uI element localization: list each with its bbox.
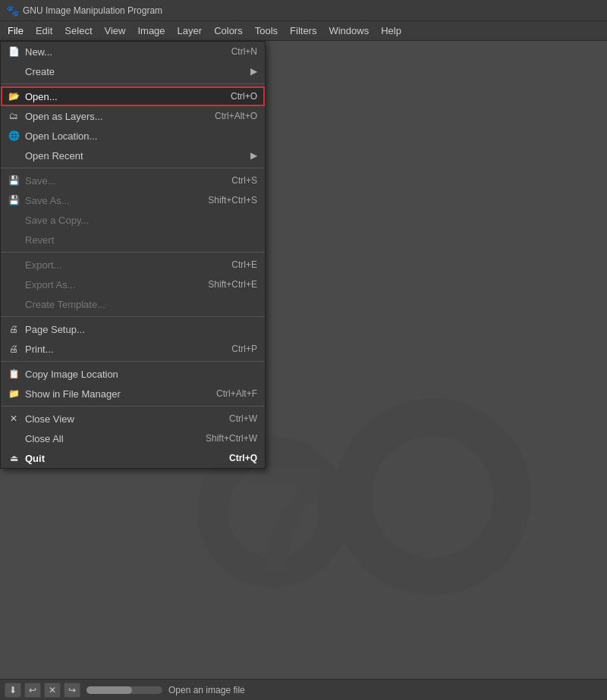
menu-bar-item-select[interactable]: Select bbox=[58, 22, 98, 39]
menu-item-shortcut-open: Ctrl+O bbox=[231, 91, 257, 102]
menu-item-quit[interactable]: ⏏QuitCtrl+Q bbox=[1, 448, 265, 468]
menu-bar-item-windows[interactable]: Windows bbox=[322, 22, 375, 39]
menu-bar-item-tools[interactable]: Tools bbox=[249, 22, 284, 39]
svg-point-2 bbox=[334, 398, 531, 595]
menu-item-label-create: Create bbox=[25, 66, 250, 77]
menu-item-icon-open: 📂 bbox=[7, 91, 20, 102]
menu-item-arrow-open-recent: ▶ bbox=[250, 150, 257, 161]
menu-item-shortcut-export-as: Shift+Ctrl+E bbox=[208, 279, 257, 290]
status-export-btn[interactable]: ⬇ bbox=[5, 683, 21, 698]
status-redo-btn[interactable]: ↪ bbox=[64, 683, 80, 698]
menu-item-open[interactable]: 📂Open...Ctrl+O bbox=[1, 86, 265, 106]
menu-item-icon-copy-location: 📋 bbox=[7, 369, 20, 379]
status-close-btn[interactable]: ✕ bbox=[44, 683, 61, 698]
menu-item-label-open: Open... bbox=[25, 91, 215, 102]
title-bar-text: GNU Image Manipulation Program bbox=[23, 5, 162, 16]
menu-bar-item-filters[interactable]: Filters bbox=[284, 22, 322, 39]
file-menu: 📄New...Ctrl+NCreate▶📂Open...Ctrl+O🗂Open … bbox=[0, 41, 266, 469]
menu-separator bbox=[1, 168, 265, 168]
menu-item-shortcut-open-layers: Ctrl+Alt+O bbox=[215, 111, 257, 121]
menu-item-arrow-create: ▶ bbox=[250, 66, 257, 77]
menu-item-revert: Revert bbox=[1, 230, 265, 250]
menu-item-label-page-setup: Page Setup... bbox=[25, 324, 257, 335]
menu-item-shortcut-save-as: Shift+Ctrl+S bbox=[208, 195, 257, 206]
menu-item-label-close-view: Close View bbox=[25, 413, 214, 425]
menu-item-icon-new: 📄 bbox=[7, 46, 20, 57]
menu-item-icon-save: 💾 bbox=[7, 175, 20, 186]
menu-item-shortcut-save: Ctrl+S bbox=[231, 175, 257, 186]
menu-item-shortcut-new: Ctrl+N bbox=[231, 46, 257, 57]
menu-bar: FileEditSelectViewImageLayerColorsToolsF… bbox=[0, 21, 607, 41]
menu-item-close-view[interactable]: ✕Close ViewCtrl+W bbox=[1, 409, 265, 428]
menu-bar-item-file[interactable]: File bbox=[2, 22, 30, 39]
status-progress bbox=[86, 686, 162, 694]
app-icon: 🐾 bbox=[6, 5, 18, 17]
menu-item-shortcut-quit: Ctrl+Q bbox=[229, 453, 257, 463]
menu-item-save-copy: Save a Copy... bbox=[1, 210, 265, 230]
menu-bar-item-view[interactable]: View bbox=[99, 22, 132, 39]
menu-item-print[interactable]: 🖨Print...Ctrl+P bbox=[1, 339, 265, 359]
menu-item-save: 💾Save...Ctrl+S bbox=[1, 171, 265, 190]
menu-item-new[interactable]: 📄New...Ctrl+N bbox=[1, 42, 265, 61]
svg-point-1 bbox=[228, 466, 319, 557]
status-undo-btn[interactable]: ↩ bbox=[24, 683, 41, 698]
menu-item-label-create-template: Create Template... bbox=[25, 299, 257, 310]
menu-item-label-export-as: Export As... bbox=[25, 279, 193, 290]
menu-item-label-open-location: Open Location... bbox=[25, 130, 257, 142]
menu-item-shortcut-show-manager: Ctrl+Alt+F bbox=[216, 388, 257, 399]
menu-item-label-new: New... bbox=[25, 46, 216, 58]
menu-item-label-copy-location: Copy Image Location bbox=[25, 369, 257, 380]
menu-item-icon-print: 🖨 bbox=[7, 344, 20, 354]
menu-separator bbox=[1, 83, 265, 84]
menu-item-shortcut-close-all: Shift+Ctrl+W bbox=[206, 433, 257, 444]
menu-item-label-save: Save... bbox=[25, 175, 216, 187]
menu-separator bbox=[1, 316, 265, 317]
menu-item-label-print: Print... bbox=[25, 344, 216, 355]
menu-bar-item-colors[interactable]: Colors bbox=[208, 22, 249, 39]
status-bar: ⬇ ↩ ✕ ↪ Open an image file bbox=[0, 679, 607, 700]
status-text: Open an image file bbox=[168, 685, 245, 695]
menu-item-close-all[interactable]: Close AllShift+Ctrl+W bbox=[1, 428, 265, 448]
title-bar: 🐾 GNU Image Manipulation Program bbox=[0, 0, 607, 21]
svg-point-3 bbox=[372, 436, 493, 557]
menu-item-label-quit: Quit bbox=[25, 453, 214, 464]
menu-separator bbox=[1, 361, 265, 362]
menu-item-label-open-recent: Open Recent bbox=[25, 150, 250, 162]
menu-item-label-save-copy: Save a Copy... bbox=[25, 215, 257, 226]
menu-item-copy-location[interactable]: 📋Copy Image Location bbox=[1, 364, 265, 384]
menu-item-show-manager[interactable]: 📁Show in File ManagerCtrl+Alt+F bbox=[1, 384, 265, 403]
menu-item-export-as: Export As...Shift+Ctrl+E bbox=[1, 275, 265, 294]
menu-item-icon-quit: ⏏ bbox=[7, 453, 20, 463]
menu-item-open-layers[interactable]: 🗂Open as Layers...Ctrl+Alt+O bbox=[1, 106, 265, 126]
menu-item-icon-page-setup: 🖨 bbox=[7, 324, 20, 334]
menu-item-export: Export...Ctrl+E bbox=[1, 255, 265, 275]
menu-item-icon-close-view: ✕ bbox=[7, 413, 20, 424]
menu-item-label-close-all: Close All bbox=[25, 433, 190, 444]
menu-separator bbox=[1, 406, 265, 407]
menu-item-label-export: Export... bbox=[25, 259, 216, 271]
menu-item-shortcut-print: Ctrl+P bbox=[231, 344, 257, 354]
menu-item-label-save-as: Save As... bbox=[25, 195, 193, 206]
menu-item-label-show-manager: Show in File Manager bbox=[25, 388, 201, 400]
menu-item-label-revert: Revert bbox=[25, 234, 257, 246]
menu-item-icon-save-as: 💾 bbox=[7, 195, 20, 206]
menu-item-icon-show-manager: 📁 bbox=[7, 388, 20, 399]
menu-item-icon-open-location: 🌐 bbox=[7, 130, 20, 141]
menu-item-create[interactable]: Create▶ bbox=[1, 61, 265, 81]
menu-item-save-as: 💾Save As...Shift+Ctrl+S bbox=[1, 190, 265, 210]
menu-bar-item-layer[interactable]: Layer bbox=[171, 22, 209, 39]
menu-item-shortcut-export: Ctrl+E bbox=[231, 259, 257, 270]
menu-item-label-open-layers: Open as Layers... bbox=[25, 111, 200, 122]
menu-item-create-template: Create Template... bbox=[1, 294, 265, 314]
menu-item-page-setup[interactable]: 🖨Page Setup... bbox=[1, 319, 265, 339]
menu-item-open-recent[interactable]: Open Recent▶ bbox=[1, 146, 265, 165]
menu-bar-item-edit[interactable]: Edit bbox=[30, 22, 58, 39]
menu-bar-item-image[interactable]: Image bbox=[131, 22, 171, 39]
menu-bar-item-help[interactable]: Help bbox=[375, 22, 407, 39]
menu-separator bbox=[1, 252, 265, 253]
menu-item-open-location[interactable]: 🌐Open Location... bbox=[1, 126, 265, 146]
menu-item-icon-open-layers: 🗂 bbox=[7, 111, 20, 121]
menu-item-shortcut-close-view: Ctrl+W bbox=[229, 413, 257, 424]
